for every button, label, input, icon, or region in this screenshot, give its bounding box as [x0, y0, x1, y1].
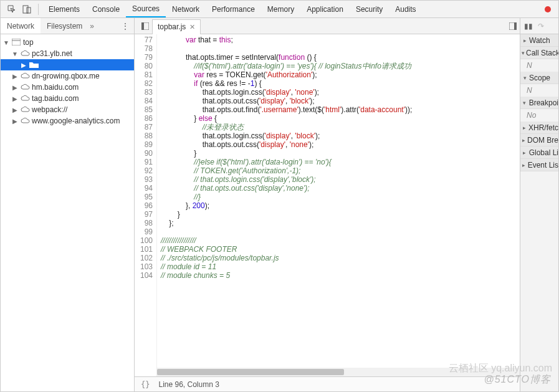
section-callstack[interactable]: ▾Call Stack — [520, 47, 558, 59]
sources-sidebar: Network Filesystem » ⋮ ▼top▼pc31.ylb.net… — [1, 18, 135, 391]
h-scrollbar-thumb[interactable] — [157, 369, 344, 375]
editor-status-bar: {} Line 96, Column 3 — [135, 376, 520, 391]
tree-item-label: dn-growing.qbox.me — [32, 72, 100, 80]
code-text[interactable]: var that = this; that.opts.timer = setIn… — [157, 34, 520, 376]
disclosure-icon[interactable]: ▼ — [3, 39, 9, 46]
disclosure-icon[interactable]: ▶ — [12, 118, 18, 125]
tree-item-label: hm.baidu.com — [32, 83, 79, 92]
section-xhr[interactable]: ▸XHR/fetc — [520, 122, 558, 134]
tree-item[interactable]: ▼pc31.ylb.net — [1, 48, 134, 59]
h-scrollbar[interactable] — [157, 368, 520, 376]
tab-security[interactable]: Security — [350, 1, 389, 17]
disclosure-icon[interactable]: ▶ — [12, 73, 18, 80]
svg-rect-1 — [27, 7, 31, 13]
tab-elements[interactable]: Elements — [42, 1, 86, 17]
section-global[interactable]: ▸Global Li — [520, 146, 558, 159]
tree-item[interactable]: ▶www.google-analytics.com — [1, 115, 134, 127]
tree-item[interactable]: ▶dn-growing.qbox.me — [1, 70, 134, 82]
cursor-position: Line 96, Column 3 — [158, 380, 219, 389]
sidebar-tabs: Network Filesystem » ⋮ — [1, 18, 134, 34]
section-watch[interactable]: ▸Watch — [520, 34, 558, 47]
svg-rect-5 — [141, 22, 144, 30]
cloud-icon — [21, 72, 29, 80]
tab-audits[interactable]: Audits — [389, 1, 422, 17]
cloud-icon — [21, 95, 29, 102]
overflow-icon[interactable]: » — [88, 22, 94, 31]
pretty-print-icon[interactable]: {} — [141, 380, 150, 389]
tree-item-label: tag.baidu.com — [32, 94, 79, 103]
file-tree[interactable]: ▼top▼pc31.ylb.net▶▶dn-growing.qbox.me▶hm… — [1, 34, 134, 391]
cloud-icon — [21, 117, 29, 125]
more-options-icon[interactable]: ⋮ — [117, 22, 134, 31]
tree-item[interactable]: ▶tag.baidu.com — [1, 93, 134, 104]
sidebar-tab-network[interactable]: Network — [1, 18, 41, 34]
step-over-icon[interactable]: ↷ — [538, 22, 544, 31]
tree-item[interactable]: ▶ — [1, 59, 134, 70]
line-gutter: 7778798081828384858687888990919293949596… — [135, 34, 157, 376]
disclosure-icon[interactable]: ▼ — [12, 50, 18, 57]
section-scope[interactable]: ▾Scope — [520, 72, 558, 84]
breakpoints-empty: No — [520, 109, 558, 122]
disclosure-icon[interactable]: ▶ — [12, 95, 18, 102]
error-indicator-icon[interactable] — [545, 6, 551, 12]
tree-item-label: webpack:// — [32, 105, 67, 114]
cloud-icon — [21, 84, 29, 91]
disclosure-icon[interactable]: ▶ — [12, 107, 18, 113]
tab-network[interactable]: Network — [166, 1, 206, 17]
pause-icon[interactable]: ▮▮ — [524, 22, 533, 31]
editor-pane: topbar.js ✕ 7778798081828384858687888990… — [135, 18, 520, 391]
inspect-icon[interactable] — [4, 2, 19, 17]
disclosure-icon[interactable]: ▶ — [21, 62, 27, 69]
tree-item[interactable]: ▼top — [1, 37, 134, 48]
separator — [38, 4, 39, 15]
tree-item-label: www.google-analytics.com — [32, 117, 120, 125]
toggle-debugger-icon[interactable] — [506, 22, 520, 30]
tree-item[interactable]: ▶webpack:// — [1, 104, 134, 115]
tree-item-label: top — [23, 38, 34, 47]
close-icon[interactable]: ✕ — [189, 23, 195, 31]
cloud-icon — [21, 50, 29, 57]
tab-memory[interactable]: Memory — [261, 1, 300, 17]
callstack-empty: N — [520, 59, 558, 72]
editor-tab-topbar[interactable]: topbar.js ✕ — [152, 19, 201, 34]
tab-console[interactable]: Console — [86, 1, 126, 17]
editor-tab-label: topbar.js — [158, 22, 186, 31]
sidebar-tab-filesystem[interactable]: Filesystem — [41, 18, 88, 34]
section-event[interactable]: ▸Event Lis — [520, 159, 558, 171]
debugger-controls: ▮▮ ↷ — [520, 18, 558, 34]
section-breakpoints[interactable]: ▾Breakpoi — [520, 97, 558, 109]
tab-sources[interactable]: Sources — [126, 1, 166, 17]
window-icon — [12, 39, 21, 46]
devtools-toolbar: Elements Console Sources Network Perform… — [1, 1, 558, 18]
cloud-icon — [21, 106, 29, 113]
scope-empty: N — [520, 84, 558, 97]
tree-item[interactable]: ▶hm.baidu.com — [1, 82, 134, 93]
tab-performance[interactable]: Performance — [206, 1, 261, 17]
device-icon[interactable] — [19, 2, 34, 17]
panel-tabs: Elements Console Sources Network Perform… — [42, 1, 423, 17]
toggle-navigator-icon[interactable] — [138, 22, 152, 30]
tab-application[interactable]: Application — [300, 1, 350, 17]
section-dom[interactable]: ▸DOM Bre — [520, 134, 558, 146]
svg-rect-0 — [23, 6, 28, 13]
folder-sel-icon — [29, 61, 38, 69]
svg-rect-7 — [514, 22, 517, 30]
tree-item-label: pc31.ylb.net — [32, 49, 72, 58]
svg-rect-2 — [12, 39, 21, 45]
disclosure-icon[interactable]: ▶ — [12, 84, 18, 91]
debugger-pane: ▮▮ ↷ ▸Watch ▾Call Stack N ▾Scope N ▾Brea… — [520, 18, 558, 391]
editor-tabstrip: topbar.js ✕ — [135, 18, 520, 34]
code-area[interactable]: 7778798081828384858687888990919293949596… — [135, 34, 520, 376]
